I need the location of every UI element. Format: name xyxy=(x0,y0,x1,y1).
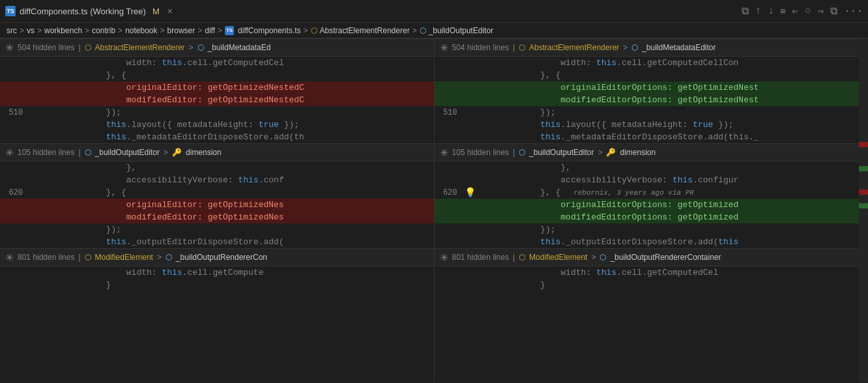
right-code-block-2: }, accessibilityVerbose: this.configur 6… xyxy=(435,162,869,248)
left-sub-icon-2: 🔑 xyxy=(172,148,182,157)
table-row: 510 }); xyxy=(0,106,434,119)
navigate-up-icon[interactable]: ↑ xyxy=(755,5,762,17)
table-row: }, { xyxy=(435,69,869,81)
hidden-count-1: 504 hidden lines xyxy=(18,43,74,52)
right-class-icon-3: ⬡ xyxy=(519,253,525,262)
left-code-block-2: }, accessibilityVerbose: this.conf 620 }… xyxy=(0,162,434,248)
breadcrumb: src > vs > workbench > contrib > noteboo… xyxy=(0,23,868,38)
table-row: this.layout({ metadataHeight: true }); xyxy=(0,119,434,131)
breadcrumb-class[interactable]: AbstractElementRenderer xyxy=(320,26,410,35)
diff-container: ✳ 504 hidden lines | ⬡ AbstractElementRe… xyxy=(0,38,868,382)
table-row: width: this.cell.getComputedCel xyxy=(0,57,434,69)
close-tab-button[interactable]: × xyxy=(167,6,173,16)
right-snowflake-icon-1: ✳ xyxy=(440,42,448,54)
breadcrumb-contrib[interactable]: contrib xyxy=(92,26,115,35)
diff-scrollbar[interactable] xyxy=(859,38,868,382)
table-row: originalEditor: getOptimizedNes xyxy=(0,199,434,211)
table-row: this._metadataEditorDisposeStore.add(thi… xyxy=(435,131,869,143)
left-hidden-bar-3[interactable]: ✳ 801 hidden lines | ⬡ ModifiedElement >… xyxy=(0,248,434,266)
hidden-count-3: 801 hidden lines xyxy=(18,253,74,262)
right-snowflake-icon-3: ✳ xyxy=(440,251,448,264)
breadcrumb-method[interactable]: _buildOutputEditor xyxy=(429,26,493,35)
table-row: modifiedEditor: getOptimizedNes xyxy=(0,211,434,223)
right-code-content[interactable]: ✳ 504 hidden lines | ⬡ AbstractElementRe… xyxy=(435,38,869,382)
left-method-icon-2: ⬡ xyxy=(85,148,91,157)
right-method-2: _buildOutputEditor xyxy=(529,148,594,157)
left-code-content[interactable]: ✳ 504 hidden lines | ⬡ AbstractElementRe… xyxy=(0,38,434,382)
table-row: originalEditor: getOptimizedNestedC xyxy=(0,81,434,94)
right-hidden-bar-2[interactable]: ✳ 105 hidden lines | ⬡ _buildOutputEdito… xyxy=(435,143,869,162)
right-class-1: AbstractElementRenderer xyxy=(529,43,619,52)
left-method-icon-3: ⬡ xyxy=(166,253,172,262)
scrollbar-added-mark-1 xyxy=(859,166,868,171)
left-class-1: AbstractElementRenderer xyxy=(95,43,185,52)
breadcrumb-notebook[interactable]: notebook xyxy=(125,26,157,35)
right-code-block-1: width: this.cell.getComputedCellCon }, {… xyxy=(435,57,869,143)
navigate-down-icon[interactable]: ↓ xyxy=(768,5,774,17)
modified-badge: M xyxy=(152,7,160,16)
table-row: }, xyxy=(0,162,434,174)
left-method-icon-1: ⬡ xyxy=(197,43,204,52)
table-row: }); xyxy=(0,223,434,236)
table-row: }, { xyxy=(0,69,434,81)
tab-title: diffComponents.ts (Working Tree) xyxy=(20,7,146,16)
breadcrumb-browser[interactable]: browser xyxy=(167,26,195,35)
breadcrumb-diff[interactable]: diff xyxy=(205,26,215,35)
git-blame-tooltip: rebornix, 3 years ago via PR xyxy=(560,189,694,197)
left-code-block-1: width: this.cell.getComputedCel }, { ori… xyxy=(0,57,434,143)
right-hidden-bar-3[interactable]: ✳ 801 hidden lines | ⬡ ModifiedElement >… xyxy=(435,248,869,266)
copy-icon[interactable]: ⧉ xyxy=(742,5,749,18)
more-actions-icon[interactable]: ··· xyxy=(844,5,863,17)
left-method-1: _buildMetadataEd xyxy=(208,43,271,52)
right-class-icon-1: ⬡ xyxy=(519,43,525,52)
left-hidden-bar-2[interactable]: ✳ 105 hidden lines | ⬡ _buildOutputEdito… xyxy=(0,143,434,162)
ts-file-icon: TS xyxy=(5,6,16,16)
breadcrumb-vs[interactable]: vs xyxy=(27,26,35,35)
table-row: }, xyxy=(435,162,869,174)
left-code-block-3: width: this.cell.getCompute } xyxy=(0,266,434,291)
toggle-icon[interactable]: ⊞ xyxy=(781,7,785,16)
tab-group: TS diffComponents.ts (Working Tree) M × xyxy=(5,6,173,16)
hidden-count-2: 105 hidden lines xyxy=(18,148,74,157)
lightbulb-gutter: 💡 xyxy=(464,186,477,199)
table-row: width: this.cell.getCompute xyxy=(0,266,434,279)
table-row: 620 💡 }, { rebornix, 3 years ago via PR xyxy=(435,186,869,199)
table-row: this._outputEditorDisposeStore.add( xyxy=(0,236,434,248)
left-hidden-bar-1[interactable]: ✳ 504 hidden lines | ⬡ AbstractElementRe… xyxy=(0,38,434,57)
left-pane: ✳ 504 hidden lines | ⬡ AbstractElementRe… xyxy=(0,38,435,382)
right-code-block-3: width: this.cell.getComputedCel } xyxy=(435,266,869,291)
scrollbar-added-mark-2 xyxy=(859,203,868,208)
breadcrumb-file[interactable]: diffComponents.ts xyxy=(238,26,301,35)
table-row: }); xyxy=(435,223,869,236)
table-row: width: this.cell.getComputedCellCon xyxy=(435,57,869,69)
table-row: modifiedEditorOptions: getOptimized xyxy=(435,211,869,223)
table-row: modifiedEditorOptions: getOptimizedNest xyxy=(435,94,869,106)
right-method-1: _buildMetadataEditor xyxy=(642,43,716,52)
breadcrumb-workbench[interactable]: workbench xyxy=(44,26,82,35)
table-row: accessibilityVerbose: this.conf xyxy=(0,174,434,186)
split-editor-icon[interactable]: ⧉ xyxy=(830,5,837,18)
lightbulb-icon[interactable]: 💡 xyxy=(465,187,476,198)
right-snowflake-icon-2: ✳ xyxy=(440,147,448,159)
table-row: width: this.cell.getComputedCel xyxy=(435,266,869,279)
breadcrumb-method-icon: ⬡ xyxy=(420,26,426,35)
table-row: } xyxy=(0,279,434,291)
next-diff-icon[interactable]: ⇒ xyxy=(818,5,824,18)
table-row: } xyxy=(435,279,869,291)
scrollbar-deleted-mark-2 xyxy=(859,190,868,195)
snowflake-icon-1: ✳ xyxy=(5,42,14,54)
right-sub-icon-2: 🔑 xyxy=(606,148,616,157)
table-row: 510 }); xyxy=(435,106,869,119)
snowflake-icon-2: ✳ xyxy=(5,147,14,159)
breadcrumb-src[interactable]: src xyxy=(7,26,17,35)
right-hidden-count-3: 801 hidden lines xyxy=(452,253,509,262)
right-hidden-bar-1[interactable]: ✳ 504 hidden lines | ⬡ AbstractElementRe… xyxy=(435,38,869,57)
ts-breadcrumb-icon: TS xyxy=(225,26,234,35)
right-hidden-count-2: 105 hidden lines xyxy=(452,148,509,157)
circle-icon[interactable]: ○ xyxy=(805,5,811,17)
left-class-icon-3: ⬡ xyxy=(85,253,91,262)
left-method-3: _buildOutputRendererCon xyxy=(176,253,267,262)
left-class-icon-1: ⬡ xyxy=(85,43,91,52)
prev-diff-icon[interactable]: ⇐ xyxy=(792,5,798,18)
table-row: 620 }, { xyxy=(0,186,434,199)
